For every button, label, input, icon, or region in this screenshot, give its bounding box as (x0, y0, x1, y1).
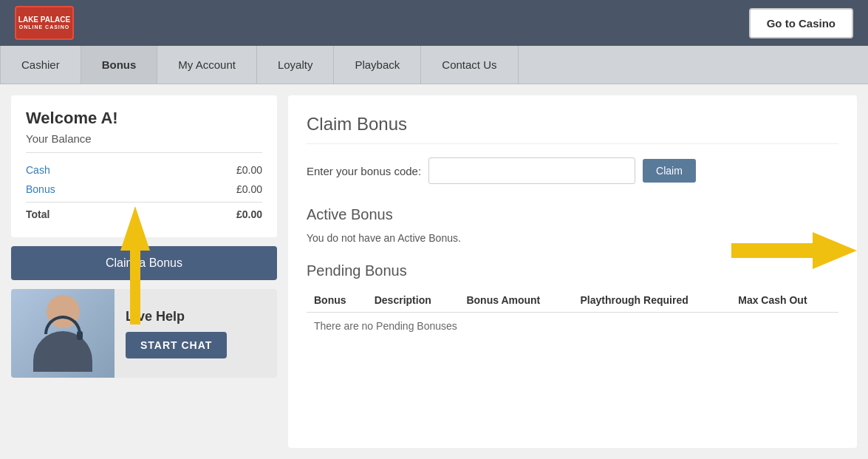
active-bonus-title: Active Bonus (307, 206, 838, 223)
no-active-bonus-text: You do not have an Active Bonus. (307, 232, 838, 244)
sidebar: Welcome A! Your Balance Cash £0.00 Bonus… (11, 95, 277, 448)
welcome-title: Welcome A! (26, 109, 262, 128)
col-description: Description (367, 288, 459, 313)
nav-item-bonus[interactable]: Bonus (81, 46, 158, 84)
nav-item-cashier[interactable]: Cashier (0, 46, 81, 84)
bonus-row: Bonus £0.00 (26, 180, 262, 199)
col-bonus-amount: Bonus Amount (459, 288, 573, 313)
col-playthrough: Playthrough Required (573, 288, 731, 313)
logo-subtitle: ONLINE CASINO (19, 24, 70, 30)
person-body (33, 331, 92, 372)
navigation: Cashier Bonus My Account Loyalty Playbac… (0, 46, 868, 84)
live-help-image (11, 289, 115, 378)
bonus-content: Claim Bonus Enter your bonus code: Claim… (288, 95, 857, 448)
claim-bonus-button[interactable]: Claim a Bonus (11, 246, 277, 280)
no-pending-text: There are no Pending Bonuses (307, 313, 838, 340)
pending-bonus-section: Pending Bonus Bonus Description Bonus Am… (307, 262, 838, 339)
col-max-cash-out: Max Cash Out (731, 288, 838, 313)
table-header-row: Bonus Description Bonus Amount Playthrou… (307, 288, 838, 313)
nav-item-contact-us[interactable]: Contact Us (421, 46, 518, 84)
bonus-balance-label: Bonus (26, 183, 55, 195)
cash-row: Cash £0.00 (26, 160, 262, 180)
cash-value: £0.00 (236, 164, 262, 176)
pending-bonus-table: Bonus Description Bonus Amount Playthrou… (307, 288, 838, 339)
go-to-casino-button[interactable]: Go to Casino (749, 8, 853, 38)
nav-item-my-account[interactable]: My Account (157, 46, 257, 84)
claim-submit-button[interactable]: Claim (643, 159, 696, 183)
welcome-card: Welcome A! Your Balance Cash £0.00 Bonus… (11, 95, 277, 237)
live-help-content: Live Help START CHAT (115, 302, 277, 366)
total-row: Total £0.00 (26, 202, 262, 224)
claim-bonus-title: Claim Bonus (307, 114, 838, 144)
logo-box: LAKE PALACE ONLINE CASINO (15, 6, 74, 40)
bonus-balance-value: £0.00 (236, 183, 262, 195)
no-pending-row: There are no Pending Bonuses (307, 313, 838, 340)
cash-label: Cash (26, 164, 50, 176)
person-silhouette (33, 295, 92, 372)
live-help-card: Live Help START CHAT (11, 289, 277, 378)
nav-item-playback[interactable]: Playback (334, 46, 421, 84)
logo: LAKE PALACE ONLINE CASINO (15, 6, 74, 40)
main-content: Welcome A! Your Balance Cash £0.00 Bonus… (0, 84, 868, 459)
bonus-input-row: Enter your bonus code: Claim (307, 157, 838, 184)
total-value: £0.00 (236, 208, 262, 220)
col-bonus: Bonus (307, 288, 367, 313)
nav-item-loyalty[interactable]: Loyalty (257, 46, 335, 84)
active-bonus-section: Active Bonus You do not have an Active B… (307, 206, 838, 244)
bonus-code-input[interactable] (428, 157, 635, 184)
header: LAKE PALACE ONLINE CASINO Go to Casino (0, 0, 868, 46)
pending-bonus-title: Pending Bonus (307, 262, 838, 279)
balance-label: Your Balance (26, 132, 262, 153)
start-chat-button[interactable]: START CHAT (126, 332, 227, 358)
bonus-code-label: Enter your bonus code: (307, 165, 421, 177)
logo-title: LAKE PALACE (18, 16, 70, 24)
total-label: Total (26, 208, 49, 220)
live-help-title: Live Help (126, 309, 266, 324)
